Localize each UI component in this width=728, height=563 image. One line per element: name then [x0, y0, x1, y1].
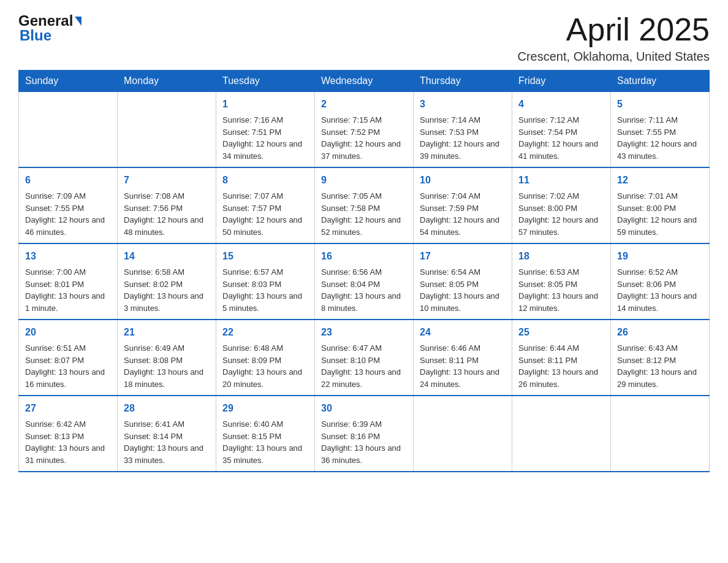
calendar-cell: 28Sunrise: 6:41 AMSunset: 8:14 PMDayligh…	[118, 396, 216, 472]
week-row-1: 1Sunrise: 7:16 AMSunset: 7:51 PMDaylight…	[19, 92, 710, 168]
calendar-body: 1Sunrise: 7:16 AMSunset: 7:51 PMDaylight…	[19, 92, 710, 472]
day-info: Sunrise: 6:41 AMSunset: 8:14 PMDaylight:…	[124, 418, 210, 466]
day-info: Sunrise: 6:51 AMSunset: 8:07 PMDaylight:…	[25, 342, 111, 390]
calendar-cell: 3Sunrise: 7:14 AMSunset: 7:53 PMDaylight…	[414, 92, 512, 168]
day-info: Sunrise: 6:46 AMSunset: 8:11 PMDaylight:…	[420, 342, 506, 390]
day-info: Sunrise: 6:44 AMSunset: 8:11 PMDaylight:…	[518, 342, 604, 390]
day-info: Sunrise: 7:01 AMSunset: 8:00 PMDaylight:…	[617, 190, 703, 238]
calendar-cell	[414, 396, 512, 472]
day-info: Sunrise: 7:14 AMSunset: 7:53 PMDaylight:…	[420, 114, 506, 162]
logo: General Blue	[18, 12, 82, 44]
day-info: Sunrise: 7:15 AMSunset: 7:52 PMDaylight:…	[321, 114, 407, 162]
day-number: 14	[124, 249, 210, 264]
day-info: Sunrise: 7:02 AMSunset: 8:00 PMDaylight:…	[518, 190, 604, 238]
location-subtitle: Crescent, Oklahoma, United States	[518, 50, 710, 64]
calendar-cell: 10Sunrise: 7:04 AMSunset: 7:59 PMDayligh…	[414, 167, 512, 243]
day-number: 15	[222, 249, 308, 264]
day-number: 18	[518, 249, 604, 264]
calendar-cell: 8Sunrise: 7:07 AMSunset: 7:57 PMDaylight…	[216, 167, 315, 243]
day-number: 1	[222, 97, 308, 112]
calendar-cell: 5Sunrise: 7:11 AMSunset: 7:55 PMDaylight…	[611, 92, 710, 168]
calendar-cell: 25Sunrise: 6:44 AMSunset: 8:11 PMDayligh…	[512, 320, 611, 396]
day-info: Sunrise: 6:54 AMSunset: 8:05 PMDaylight:…	[420, 266, 506, 314]
calendar-cell: 24Sunrise: 6:46 AMSunset: 8:11 PMDayligh…	[414, 320, 512, 396]
calendar-cell: 27Sunrise: 6:42 AMSunset: 8:13 PMDayligh…	[19, 396, 118, 472]
week-row-3: 13Sunrise: 7:00 AMSunset: 8:01 PMDayligh…	[19, 243, 710, 320]
day-info: Sunrise: 6:39 AMSunset: 8:16 PMDaylight:…	[321, 418, 407, 466]
day-info: Sunrise: 6:48 AMSunset: 8:09 PMDaylight:…	[222, 342, 308, 390]
week-row-2: 6Sunrise: 7:09 AMSunset: 7:55 PMDaylight…	[19, 167, 710, 243]
day-info: Sunrise: 6:47 AMSunset: 8:10 PMDaylight:…	[321, 342, 407, 390]
calendar-cell: 23Sunrise: 6:47 AMSunset: 8:10 PMDayligh…	[315, 320, 414, 396]
calendar-cell: 1Sunrise: 7:16 AMSunset: 7:51 PMDaylight…	[216, 92, 315, 168]
weekday-header-wednesday: Wednesday	[315, 71, 414, 92]
month-title: April 2025	[518, 12, 710, 47]
calendar-header: SundayMondayTuesdayWednesdayThursdayFrid…	[19, 71, 710, 92]
day-number: 25	[518, 325, 604, 340]
day-number: 29	[222, 401, 308, 416]
day-info: Sunrise: 7:08 AMSunset: 7:56 PMDaylight:…	[124, 190, 210, 238]
calendar-table: SundayMondayTuesdayWednesdayThursdayFrid…	[18, 70, 710, 472]
day-number: 17	[420, 249, 506, 264]
day-number: 3	[420, 97, 506, 112]
day-number: 13	[25, 249, 111, 264]
day-number: 5	[617, 97, 703, 112]
day-info: Sunrise: 7:00 AMSunset: 8:01 PMDaylight:…	[25, 266, 111, 314]
page-header: General Blue April 2025 Crescent, Oklaho…	[18, 12, 710, 64]
calendar-cell: 29Sunrise: 6:40 AMSunset: 8:15 PMDayligh…	[216, 396, 315, 472]
day-info: Sunrise: 6:56 AMSunset: 8:04 PMDaylight:…	[321, 266, 407, 314]
weekday-header-friday: Friday	[512, 71, 611, 92]
title-area: April 2025 Crescent, Oklahoma, United St…	[518, 12, 710, 64]
day-number: 27	[25, 401, 111, 416]
calendar-cell: 15Sunrise: 6:57 AMSunset: 8:03 PMDayligh…	[216, 243, 315, 320]
day-info: Sunrise: 6:42 AMSunset: 8:13 PMDaylight:…	[25, 418, 111, 466]
day-number: 11	[518, 173, 604, 188]
weekday-header-tuesday: Tuesday	[216, 71, 315, 92]
day-number: 8	[222, 173, 308, 188]
day-number: 2	[321, 97, 407, 112]
calendar-cell: 30Sunrise: 6:39 AMSunset: 8:16 PMDayligh…	[315, 396, 414, 472]
calendar-cell	[118, 92, 216, 168]
calendar-cell: 11Sunrise: 7:02 AMSunset: 8:00 PMDayligh…	[512, 167, 611, 243]
calendar-cell: 14Sunrise: 6:58 AMSunset: 8:02 PMDayligh…	[118, 243, 216, 320]
day-info: Sunrise: 6:58 AMSunset: 8:02 PMDaylight:…	[124, 266, 210, 314]
day-info: Sunrise: 7:04 AMSunset: 7:59 PMDaylight:…	[420, 190, 506, 238]
calendar-cell: 9Sunrise: 7:05 AMSunset: 7:58 PMDaylight…	[315, 167, 414, 243]
calendar-cell: 12Sunrise: 7:01 AMSunset: 8:00 PMDayligh…	[611, 167, 710, 243]
calendar-cell: 17Sunrise: 6:54 AMSunset: 8:05 PMDayligh…	[414, 243, 512, 320]
calendar-cell: 13Sunrise: 7:00 AMSunset: 8:01 PMDayligh…	[19, 243, 118, 320]
day-info: Sunrise: 7:16 AMSunset: 7:51 PMDaylight:…	[222, 114, 308, 162]
calendar-cell: 4Sunrise: 7:12 AMSunset: 7:54 PMDaylight…	[512, 92, 611, 168]
calendar-cell: 16Sunrise: 6:56 AMSunset: 8:04 PMDayligh…	[315, 243, 414, 320]
weekday-header-monday: Monday	[118, 71, 216, 92]
day-number: 4	[518, 97, 604, 112]
weekday-header-saturday: Saturday	[611, 71, 710, 92]
day-number: 9	[321, 173, 407, 188]
calendar-cell: 22Sunrise: 6:48 AMSunset: 8:09 PMDayligh…	[216, 320, 315, 396]
day-info: Sunrise: 6:43 AMSunset: 8:12 PMDaylight:…	[617, 342, 703, 390]
day-number: 7	[124, 173, 210, 188]
day-info: Sunrise: 7:12 AMSunset: 7:54 PMDaylight:…	[518, 114, 604, 162]
day-number: 23	[321, 325, 407, 340]
calendar-cell: 20Sunrise: 6:51 AMSunset: 8:07 PMDayligh…	[19, 320, 118, 396]
logo-blue-text: Blue	[20, 27, 51, 44]
day-info: Sunrise: 7:09 AMSunset: 7:55 PMDaylight:…	[25, 190, 111, 238]
calendar-cell: 6Sunrise: 7:09 AMSunset: 7:55 PMDaylight…	[19, 167, 118, 243]
day-number: 26	[617, 325, 703, 340]
weekday-header-sunday: Sunday	[19, 71, 118, 92]
day-info: Sunrise: 6:40 AMSunset: 8:15 PMDaylight:…	[222, 418, 308, 466]
day-number: 22	[222, 325, 308, 340]
calendar-cell: 7Sunrise: 7:08 AMSunset: 7:56 PMDaylight…	[118, 167, 216, 243]
week-row-4: 20Sunrise: 6:51 AMSunset: 8:07 PMDayligh…	[19, 320, 710, 396]
day-number: 30	[321, 401, 407, 416]
day-number: 16	[321, 249, 407, 264]
day-number: 20	[25, 325, 111, 340]
logo-arrow-icon	[75, 17, 82, 26]
day-number: 6	[25, 173, 111, 188]
calendar-cell: 2Sunrise: 7:15 AMSunset: 7:52 PMDaylight…	[315, 92, 414, 168]
calendar-cell: 18Sunrise: 6:53 AMSunset: 8:05 PMDayligh…	[512, 243, 611, 320]
day-info: Sunrise: 6:57 AMSunset: 8:03 PMDaylight:…	[222, 266, 308, 314]
day-info: Sunrise: 6:52 AMSunset: 8:06 PMDaylight:…	[617, 266, 703, 314]
weekday-header-thursday: Thursday	[414, 71, 512, 92]
day-number: 24	[420, 325, 506, 340]
